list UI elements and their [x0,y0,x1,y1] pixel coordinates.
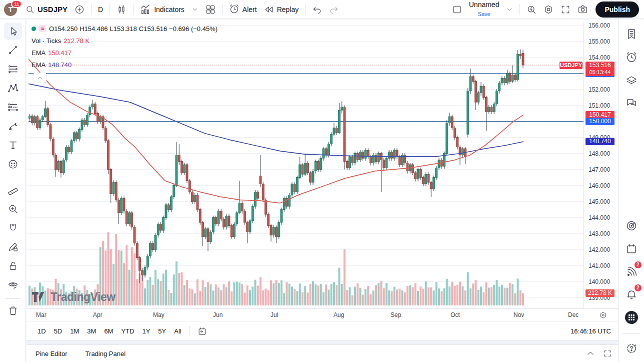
go-to-date-button[interactable] [194,324,210,338]
trading-panel-tab[interactable]: Trading Panel [86,350,126,357]
measure-tool-button[interactable] [4,181,22,198]
range-button-3m[interactable]: 3M [83,325,100,337]
magnet-tool-button[interactable] [4,219,22,236]
cursor-tool-button[interactable] [4,23,22,40]
hotlists-icon [626,220,638,232]
legend-ohlc-row[interactable]: ≈ O154.250H154.486L153.318C153.516−0.696… [32,23,220,35]
hotlists-button[interactable] [622,217,640,235]
remove-objects-button[interactable] [4,302,22,319]
quick-search-icon [526,5,536,15]
symbol-search-button[interactable]: USDJPY [22,3,71,16]
range-button-5d[interactable]: 5D [50,325,66,337]
range-button-1d[interactable]: 1D [34,325,50,337]
replay-button[interactable]: Replay [260,3,302,17]
price-tick-label: 154.000 [588,54,610,61]
watchlist-button[interactable] [622,26,640,43]
indicators-button[interactable]: Indicators [136,2,188,17]
range-button-5y[interactable]: 5Y [154,325,170,337]
fib-retracement-icon [8,102,18,113]
price-tick-label: 147.000 [588,166,610,173]
bottom-panel-icons [586,349,612,358]
xabcd-pattern-tool-button[interactable] [4,80,22,97]
range-button-ytd[interactable]: YTD [117,325,138,337]
price-tick-label: 145.000 [588,198,610,205]
chart-style-button[interactable] [113,3,130,17]
zoom-in-tool-button[interactable] [4,200,22,217]
chat-icon [626,97,638,109]
redo-button[interactable] [326,3,342,17]
camera-icon [578,4,588,15]
legend-ema-slow-row[interactable]: EMA 148.740 [32,59,220,71]
range-button-all[interactable]: All [170,325,185,337]
layout-button[interactable] [448,3,466,17]
toolbar-separator [520,4,520,15]
interval-button[interactable]: D [94,4,106,16]
grid-layout-button[interactable] [202,3,219,17]
publish-button[interactable]: Publish [596,2,639,18]
create-alert-button[interactable]: Alert [226,2,260,17]
snapshot-button[interactable] [574,2,592,17]
open-value: O154.250 [49,25,78,33]
range-button-1y[interactable]: 1Y [138,325,154,337]
fib-retracement-tool-button[interactable] [4,99,22,116]
ema-fast-label: EMA [32,49,46,57]
object-tree-button[interactable] [622,71,640,89]
apps-menu-button[interactable] [622,309,640,326]
chat-button[interactable] [622,94,640,112]
redo-icon [329,5,339,15]
save-layout-button[interactable]: Unnamed Save [466,0,503,20]
toolbar-divider [6,298,20,299]
avatar[interactable]: T 11 [4,3,17,16]
object-tree-icon [626,74,638,86]
horizontal-lines-tool-button[interactable] [4,61,22,78]
legend-ema-fast-row[interactable]: EMA 150.417 [32,47,220,59]
axis-settings-gear-icon[interactable] [599,311,608,319]
price-tick-label: 144.000 [588,214,610,221]
change-value: −0.696 (−0.45%) [169,25,218,33]
volume-badge: 212.78 K [586,289,614,297]
alerts-clock-icon [626,51,638,63]
quick-search-button[interactable] [523,3,540,17]
time-axis[interactable]: MarAprMayJunJulAugSepOctNovDec [26,308,618,321]
alerts-panel-button[interactable] [622,49,640,66]
toolbar-separator [110,4,110,15]
undo-button[interactable] [308,3,326,17]
streams-button[interactable]: 2 [622,263,640,280]
expand-panel-chevron-icon[interactable] [586,349,595,358]
price-tick-label: 155.000 [588,38,610,45]
date-range-toolbar: 1D5D1M3M6MYTD1Y5YAll 16:46:16 UTC [26,322,618,340]
hide-drawings-button[interactable] [4,276,22,293]
legend-volume-row[interactable]: Vol · Ticks 212.78 K [32,35,220,47]
price-axis[interactable]: 156.000155.000154.000153.000152.000151.0… [584,23,618,308]
notifications-button[interactable]: 2 [622,286,640,303]
month-label-nov: Nov [514,311,524,318]
text-tool-button[interactable] [4,137,22,154]
collapse-pane-button[interactable] [33,73,46,83]
help-button[interactable] [622,339,640,356]
trend-line-tool-button[interactable] [4,42,22,59]
symbol-name: USDJPY [38,5,68,14]
drawing-lock-mode-button[interactable] [4,238,22,255]
ema-fast-value: 150.417 [48,49,72,57]
fullscreen-button[interactable] [557,3,574,17]
brush-tool-button[interactable] [4,118,22,135]
indicators-icon [140,4,151,15]
hide-drawings-icon [8,279,18,290]
calendar-button[interactable] [622,240,640,258]
undo-icon [312,5,322,15]
price-tick-label: 146.000 [588,182,610,189]
pine-editor-tab[interactable]: Pine Editor [36,350,68,357]
settings-button[interactable] [540,3,557,17]
remove-objects-icon [8,305,18,316]
maximize-panel-icon[interactable] [603,349,612,358]
layout-menu-button[interactable] [502,4,516,15]
alert-label: Alert [242,6,257,14]
range-button-1m[interactable]: 1M [66,325,83,337]
lock-all-drawings-button[interactable] [4,257,22,274]
range-button-6m[interactable]: 6M [100,325,117,337]
compare-add-button[interactable] [71,3,88,17]
save-link[interactable]: Save [478,12,490,18]
emoji-tool-button[interactable] [4,156,22,173]
indicator-templates-button[interactable] [188,4,202,15]
server-clock[interactable]: 16:46:16 UTC [570,327,611,335]
